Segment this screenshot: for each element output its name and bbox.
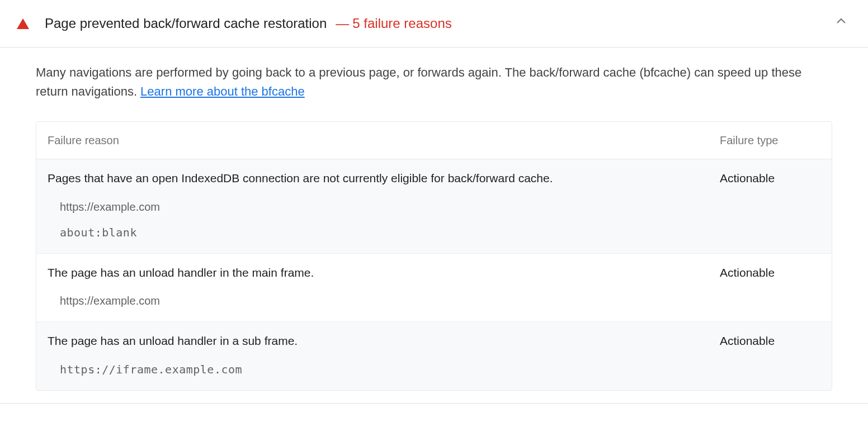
failure-table: Failure reason Failure type Pages that h… [36, 121, 832, 391]
fail-triangle-icon [17, 18, 29, 29]
table-header: Failure reason Failure type [36, 122, 832, 159]
failure-reason: The page has an unload handler in a sub … [48, 332, 720, 350]
footer-divider [0, 403, 868, 404]
col-header-reason: Failure reason [48, 132, 720, 149]
failure-type: Actionable [720, 332, 820, 350]
failure-reason: Pages that have an open IndexedDB connec… [48, 169, 720, 187]
summary-dash: — [336, 16, 349, 31]
failure-urls: https://iframe.example.com [48, 361, 820, 378]
failure-urls: https://example.com [48, 292, 820, 309]
row-top: Pages that have an open IndexedDB connec… [48, 169, 820, 187]
table-body: Pages that have an open IndexedDB connec… [36, 159, 832, 390]
table-row: The page has an unload handler in a sub … [36, 322, 832, 390]
audit-header[interactable]: Page prevented back/forward cache restor… [0, 0, 868, 48]
failure-url: about:blank [60, 224, 820, 241]
audit-summary: —5 failure reasons [336, 13, 451, 34]
failure-url: https://example.com [60, 198, 820, 215]
failure-url: https://example.com [60, 292, 820, 309]
audit-description: Many navigations are performed by going … [36, 63, 832, 101]
audit-body: Many navigations are performed by going … [0, 48, 868, 391]
table-row: Pages that have an open IndexedDB connec… [36, 159, 832, 254]
failure-reason: The page has an unload handler in the ma… [48, 264, 720, 282]
summary-text: 5 failure reasons [352, 16, 451, 31]
learn-more-link[interactable]: Learn more about the bfcache [140, 84, 305, 98]
failure-url: https://iframe.example.com [60, 361, 820, 378]
failure-type: Actionable [720, 169, 820, 187]
chevron-up-icon[interactable] [834, 15, 851, 32]
audit-title: Page prevented back/forward cache restor… [45, 13, 327, 34]
failure-urls: https://example.comabout:blank [48, 198, 820, 241]
row-top: The page has an unload handler in a sub … [48, 332, 820, 350]
col-header-type: Failure type [720, 132, 820, 149]
audit-panel: Page prevented back/forward cache restor… [0, 0, 868, 404]
failure-type: Actionable [720, 264, 820, 282]
table-row: The page has an unload handler in the ma… [36, 254, 832, 323]
row-top: The page has an unload handler in the ma… [48, 264, 820, 282]
